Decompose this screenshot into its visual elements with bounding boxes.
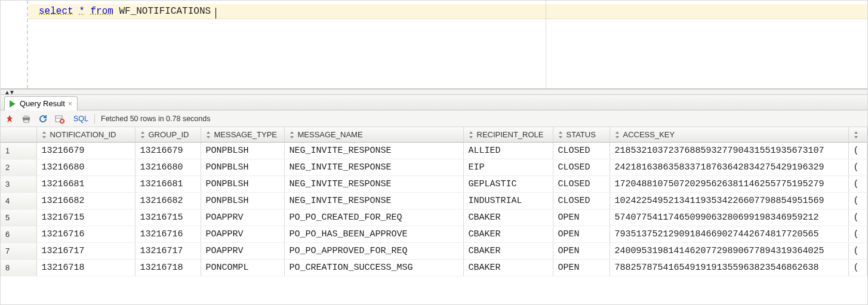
sql-line[interactable]: select * from WF_NOTIFICATIONS bbox=[28, 4, 867, 19]
table-row[interactable]: 71321671713216717POAPPRVPO_PO_APPROVED_F… bbox=[1, 243, 867, 260]
cell-recipient-role[interactable]: CBAKER bbox=[463, 260, 553, 276]
cell-notification-id[interactable]: 13216717 bbox=[36, 243, 135, 260]
cell-message-type[interactable]: PONPBLSH bbox=[201, 143, 284, 159]
cell-message-name[interactable]: NEG_INVITE_RESPONSE bbox=[284, 176, 463, 193]
cell-message-type[interactable]: PONCOMPL bbox=[201, 260, 284, 276]
header-extra[interactable] bbox=[848, 127, 867, 143]
header-notification-id[interactable]: NOTIFICATION_ID bbox=[36, 127, 135, 143]
cell-rownum[interactable]: 6 bbox=[1, 226, 36, 243]
cell-rownum[interactable]: 7 bbox=[1, 243, 36, 260]
cell-recipient-role[interactable]: CBAKER bbox=[463, 210, 553, 226]
cell-notification-id[interactable]: 13216681 bbox=[36, 176, 135, 193]
cell-notification-id[interactable]: 13216718 bbox=[36, 260, 135, 276]
cell-message-type[interactable]: PONPBLSH bbox=[201, 193, 284, 210]
cell-message-type[interactable]: POAPPRV bbox=[201, 243, 284, 260]
cell-extra[interactable]: ( bbox=[848, 176, 867, 193]
cell-group-id[interactable]: 13216716 bbox=[135, 226, 201, 243]
cell-recipient-role[interactable]: CBAKER bbox=[463, 226, 553, 243]
table-row[interactable]: 61321671613216716POAPPRVPO_PO_HAS_BEEN_A… bbox=[1, 226, 867, 243]
cell-group-id[interactable]: 13216718 bbox=[135, 260, 201, 276]
cell-recipient-role[interactable]: ALLIED bbox=[463, 143, 553, 159]
cell-extra[interactable]: ( bbox=[848, 143, 867, 159]
split-handle[interactable]: ▲▼ bbox=[1, 89, 867, 95]
header-message-type[interactable]: MESSAGE_TYPE bbox=[201, 127, 284, 143]
cell-extra[interactable]: ( bbox=[848, 210, 867, 226]
cell-message-name[interactable]: PO_PO_APPROVED_FOR_REQ bbox=[284, 243, 463, 260]
cell-status[interactable]: CLOSED bbox=[553, 176, 610, 193]
table-row[interactable]: 41321668213216682PONPBLSHNEG_INVITE_RESP… bbox=[1, 193, 867, 210]
table-row[interactable]: 81321671813216718PONCOMPLPO_CREATION_SUC… bbox=[1, 260, 867, 276]
cell-notification-id[interactable]: 13216716 bbox=[36, 226, 135, 243]
cell-rownum[interactable]: 8 bbox=[1, 260, 36, 276]
print-icon[interactable] bbox=[21, 113, 32, 124]
cell-message-name[interactable]: PO_PO_CREATED_FOR_REQ bbox=[284, 210, 463, 226]
cell-extra[interactable]: ( bbox=[848, 226, 867, 243]
header-rownum[interactable] bbox=[1, 127, 36, 143]
cell-group-id[interactable]: 13216679 bbox=[135, 143, 201, 159]
cell-notification-id[interactable]: 13216680 bbox=[36, 159, 135, 176]
cell-access-key[interactable]: 102422549521341193534226607798854951569 bbox=[610, 193, 848, 210]
table-row[interactable]: 51321671513216715POAPPRVPO_PO_CREATED_FO… bbox=[1, 210, 867, 226]
pin-icon[interactable] bbox=[4, 113, 15, 124]
cell-message-name[interactable]: NEG_INVITE_RESPONSE bbox=[284, 143, 463, 159]
cell-rownum[interactable]: 1 bbox=[1, 143, 36, 159]
cell-message-type[interactable]: PONPBLSH bbox=[201, 159, 284, 176]
header-status[interactable]: STATUS bbox=[553, 127, 610, 143]
header-access-key[interactable]: ACCESS_KEY bbox=[610, 127, 848, 143]
tab-query-result[interactable]: Query Result × bbox=[4, 96, 78, 110]
table-row[interactable]: 21321668013216680PONPBLSHNEG_INVITE_RESP… bbox=[1, 159, 867, 176]
cell-extra[interactable]: ( bbox=[848, 159, 867, 176]
cell-group-id[interactable]: 13216715 bbox=[135, 210, 201, 226]
cell-recipient-role[interactable]: GEPLASTIC bbox=[463, 176, 553, 193]
cell-message-name[interactable]: NEG_INVITE_RESPONSE bbox=[284, 159, 463, 176]
tab-close-button[interactable]: × bbox=[68, 100, 72, 108]
cell-status[interactable]: OPEN bbox=[553, 243, 610, 260]
header-message-name[interactable]: MESSAGE_NAME bbox=[284, 127, 463, 143]
cell-notification-id[interactable]: 13216715 bbox=[36, 210, 135, 226]
table-row[interactable]: 11321667913216679PONPBLSHNEG_INVITE_RESP… bbox=[1, 143, 867, 159]
cell-notification-id[interactable]: 13216679 bbox=[36, 143, 135, 159]
cell-notification-id[interactable]: 13216682 bbox=[36, 193, 135, 210]
cell-rownum[interactable]: 2 bbox=[1, 159, 36, 176]
header-recipient-role[interactable]: RECIPIENT_ROLE bbox=[463, 127, 553, 143]
cell-status[interactable]: OPEN bbox=[553, 260, 610, 276]
cell-recipient-role[interactable]: INDUSTRIAL bbox=[463, 193, 553, 210]
cell-rownum[interactable]: 3 bbox=[1, 176, 36, 193]
cell-group-id[interactable]: 13216682 bbox=[135, 193, 201, 210]
result-grid[interactable]: NOTIFICATION_ID GROUP_ID MESSAGE_TYPE ME… bbox=[1, 127, 867, 304]
refresh-icon[interactable] bbox=[38, 113, 48, 124]
cell-extra[interactable]: ( bbox=[848, 193, 867, 210]
cell-rownum[interactable]: 4 bbox=[1, 193, 36, 210]
cell-group-id[interactable]: 13216680 bbox=[135, 159, 201, 176]
cell-access-key[interactable]: 57407754117465099063280699198346959212 bbox=[610, 210, 848, 226]
cell-access-key[interactable]: 78825787541654919191355963823546862638 bbox=[610, 260, 848, 276]
cell-status[interactable]: OPEN bbox=[553, 210, 610, 226]
delete-row-icon[interactable] bbox=[54, 113, 65, 124]
cell-status[interactable]: CLOSED bbox=[553, 159, 610, 176]
cell-message-type[interactable]: POAPPRV bbox=[201, 210, 284, 226]
cell-access-key[interactable]: 242181638635833718763642834275429196329 bbox=[610, 159, 848, 176]
cell-group-id[interactable]: 13216717 bbox=[135, 243, 201, 260]
sql-editor-pane[interactable]: select * from WF_NOTIFICATIONS bbox=[1, 1, 867, 89]
cell-rownum[interactable]: 5 bbox=[1, 210, 36, 226]
cell-message-type[interactable]: POAPPRV bbox=[201, 226, 284, 243]
cell-message-name[interactable]: PO_PO_HAS_BEEN_APPROVE bbox=[284, 226, 463, 243]
cell-access-key[interactable]: 172048810750720295626381146255775195279 bbox=[610, 176, 848, 193]
header-group-id[interactable]: GROUP_ID bbox=[135, 127, 201, 143]
sql-link[interactable]: SQL bbox=[73, 115, 88, 123]
cell-recipient-role[interactable]: CBAKER bbox=[463, 243, 553, 260]
cell-status[interactable]: OPEN bbox=[553, 226, 610, 243]
cell-extra[interactable]: ( bbox=[848, 243, 867, 260]
cell-extra[interactable]: ( bbox=[848, 260, 867, 276]
sql-editor[interactable]: select * from WF_NOTIFICATIONS bbox=[28, 1, 867, 88]
cell-access-key[interactable]: 218532103723768859327790431551935673107 bbox=[610, 143, 848, 159]
cell-access-key[interactable]: 240095319814146207729890677894319364025 bbox=[610, 243, 848, 260]
cell-status[interactable]: CLOSED bbox=[553, 143, 610, 159]
table-row[interactable]: 31321668113216681PONPBLSHNEG_INVITE_RESP… bbox=[1, 176, 867, 193]
cell-recipient-role[interactable]: EIP bbox=[463, 159, 553, 176]
cell-access-key[interactable]: 79351375212909184669027442674817720565 bbox=[610, 226, 848, 243]
cell-status[interactable]: CLOSED bbox=[553, 193, 610, 210]
cell-message-name[interactable]: NEG_INVITE_RESPONSE bbox=[284, 193, 463, 210]
cell-group-id[interactable]: 13216681 bbox=[135, 176, 201, 193]
cell-message-name[interactable]: PO_CREATION_SUCCESS_MSG bbox=[284, 260, 463, 276]
